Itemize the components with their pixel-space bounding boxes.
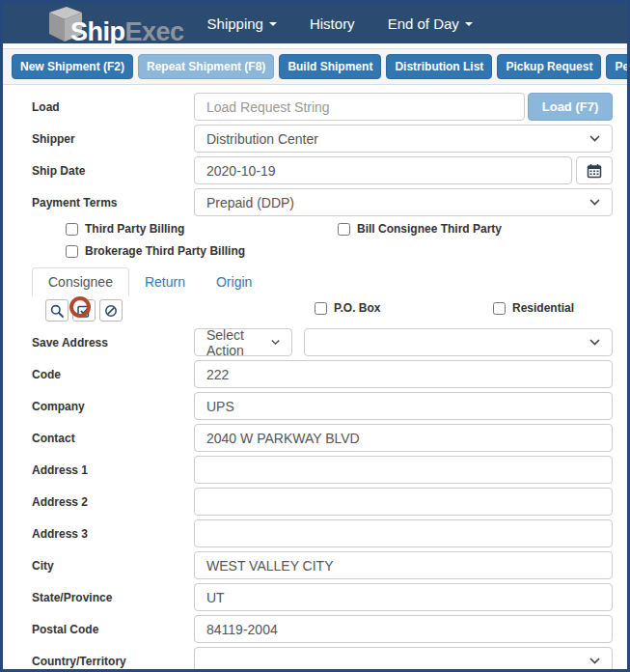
chevron-down-icon (589, 135, 600, 142)
address-tabs: Consignee Return Origin (32, 266, 613, 295)
address1-label: Address 1 (32, 463, 194, 477)
company-label: Company (32, 400, 194, 413)
chevron-down-icon (589, 339, 600, 346)
address2-input[interactable] (194, 488, 613, 516)
nav-menu: Shipping History End of Day (207, 15, 506, 32)
address3-label: Address 3 (32, 527, 194, 541)
ban-icon (104, 304, 118, 318)
postal-code-input[interactable] (194, 615, 613, 643)
code-input[interactable] (194, 360, 613, 388)
third-party-billing-checkbox[interactable] (66, 223, 78, 236)
nav-item-shipping-label: Shipping (207, 15, 263, 32)
billing-checkbox-row-2: Brokerage Third Party Billing (66, 243, 613, 259)
save-address-label: Save Address (32, 336, 194, 350)
address3-row: Address 3 (32, 519, 613, 547)
city-input[interactable] (194, 551, 613, 579)
tab-consignee[interactable]: Consignee (32, 267, 129, 295)
address-validate-button[interactable] (72, 299, 96, 322)
city-row: City (32, 551, 613, 579)
contact-row: Contact (32, 424, 613, 452)
brokerage-group: Brokerage Third Party Billing (66, 244, 245, 258)
residential-checkbox[interactable] (493, 302, 506, 315)
shipexec-logo[interactable]: ShipExec (43, 4, 184, 42)
pending-shipments-button[interactable]: Pending Shipments (606, 54, 630, 79)
load-label: Load (32, 100, 194, 114)
search-icon (50, 304, 64, 318)
country-territory-row: Country/Territory (32, 647, 613, 672)
company-row: Company (32, 392, 613, 420)
state-province-input[interactable] (194, 583, 613, 611)
ship-date-input[interactable] (194, 156, 572, 184)
load-request-input[interactable] (194, 93, 525, 121)
address1-input[interactable] (194, 456, 613, 484)
residential-group: Residential (493, 301, 574, 315)
contact-label: Contact (32, 432, 194, 445)
pickup-request-button[interactable]: Pickup Request (497, 54, 601, 79)
bill-consignee-third-party-label: Bill Consignee Third Party (357, 222, 502, 236)
address2-label: Address 2 (32, 495, 194, 509)
address-action-icons (45, 299, 126, 322)
top-navbar: ShipExec Shipping History End of Day (3, 3, 627, 43)
state-province-row: State/Province (32, 583, 613, 611)
shipper-select-value: Distribution Center (206, 131, 318, 147)
consignee-icon-row: P.O. Box Residential (45, 298, 613, 324)
shipper-row: Shipper Distribution Center (32, 125, 613, 153)
chevron-down-icon (589, 658, 600, 664)
nav-item-shipping[interactable]: Shipping (207, 15, 277, 32)
repeat-shipment-button[interactable]: Repeat Shipment (F8) (138, 54, 274, 79)
tab-return[interactable]: Return (129, 268, 201, 295)
company-input[interactable] (194, 392, 613, 420)
country-territory-label: Country/Territory (32, 655, 194, 668)
chevron-down-icon (269, 22, 277, 26)
po-box-label: P.O. Box (334, 301, 380, 315)
country-territory-select[interactable] (194, 647, 613, 672)
save-action-select-value: Select Action (206, 327, 271, 358)
brand-text: ShipExec (70, 19, 184, 45)
bill-consignee-third-party-checkbox[interactable] (338, 223, 350, 236)
address3-input[interactable] (194, 519, 613, 547)
contact-input[interactable] (194, 424, 613, 452)
address-search-button[interactable] (45, 299, 68, 322)
save-address-row: Save Address Select Action (32, 328, 613, 356)
nav-item-history[interactable]: History (310, 15, 355, 32)
payment-terms-label: Payment Terms (32, 196, 194, 210)
shipexec-window: ShipExec Shipping History End of Day New… (0, 0, 630, 672)
save-action-select[interactable]: Select Action (194, 328, 292, 356)
payment-terms-select-value: Prepaid (DDP) (206, 195, 294, 210)
code-row: Code (32, 360, 613, 388)
address-clear-button[interactable] (99, 299, 123, 322)
code-label: Code (32, 368, 194, 381)
distribution-list-button[interactable]: Distribution List (386, 54, 492, 79)
load-row: Load Load (F7) (32, 93, 613, 121)
load-button[interactable]: Load (F7) (528, 93, 613, 121)
saved-address-select[interactable] (304, 328, 613, 356)
tab-origin[interactable]: Origin (201, 268, 267, 295)
address2-row: Address 2 (32, 488, 613, 516)
new-shipment-button[interactable]: New Shipment (F2) (12, 54, 133, 79)
brokerage-third-party-billing-checkbox[interactable] (66, 245, 78, 258)
po-box-checkbox[interactable] (315, 302, 327, 315)
chevron-down-icon (271, 339, 280, 346)
shipper-select[interactable]: Distribution Center (194, 125, 613, 153)
third-party-billing-group: Third Party Billing (66, 222, 338, 236)
ship-date-label: Ship Date (32, 164, 194, 178)
chevron-down-icon (465, 22, 473, 26)
nav-item-end-of-day[interactable]: End of Day (388, 15, 473, 32)
payment-terms-select[interactable]: Prepaid (DDP) (194, 188, 613, 216)
third-party-billing-label: Third Party Billing (85, 222, 184, 236)
build-shipment-button[interactable]: Build Shipment (279, 54, 381, 79)
calendar-button[interactable] (576, 156, 613, 184)
nav-item-history-label: History (310, 15, 355, 32)
address1-row: Address 1 (32, 456, 613, 484)
ship-date-row: Ship Date (32, 156, 613, 184)
chevron-down-icon (589, 199, 600, 206)
shipper-label: Shipper (32, 132, 194, 146)
bill-consignee-group: Bill Consignee Third Party (338, 222, 502, 236)
check-square-icon (77, 304, 91, 318)
state-province-label: State/Province (32, 591, 194, 604)
brokerage-third-party-billing-label: Brokerage Third Party Billing (85, 244, 245, 258)
postal-code-row: Postal Code (32, 615, 613, 643)
residential-label: Residential (512, 301, 574, 315)
billing-checkbox-row-1: Third Party Billing Bill Consignee Third… (66, 221, 613, 237)
brand-exec: Exec (125, 17, 184, 46)
